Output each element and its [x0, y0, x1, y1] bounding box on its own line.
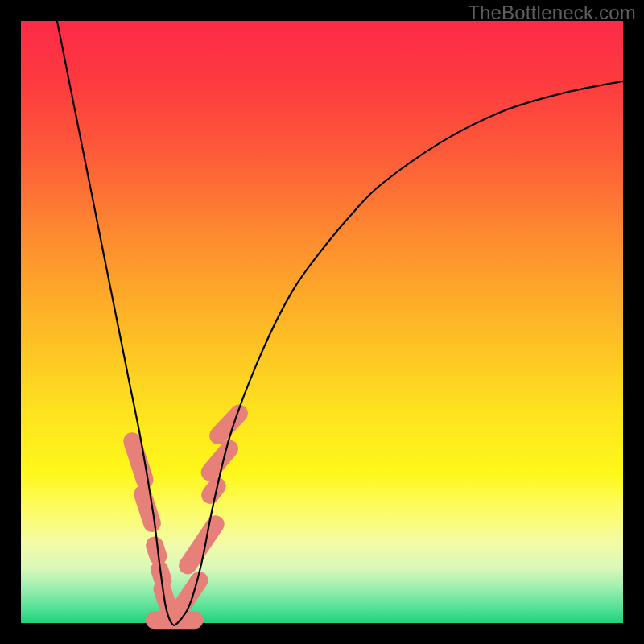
blob-left-upper — [121, 430, 155, 490]
chart-frame: TheBottleneck.com — [0, 0, 644, 644]
watermark-text: TheBottleneck.com — [468, 2, 636, 24]
blob-right-mid1 — [175, 512, 228, 578]
plot-area — [21, 21, 623, 623]
bottleneck-curve — [57, 21, 623, 625]
curve-svg — [21, 21, 623, 623]
blob-bottom — [146, 611, 204, 629]
blob-left-mid — [131, 483, 163, 535]
blob-right-lower — [170, 568, 212, 618]
